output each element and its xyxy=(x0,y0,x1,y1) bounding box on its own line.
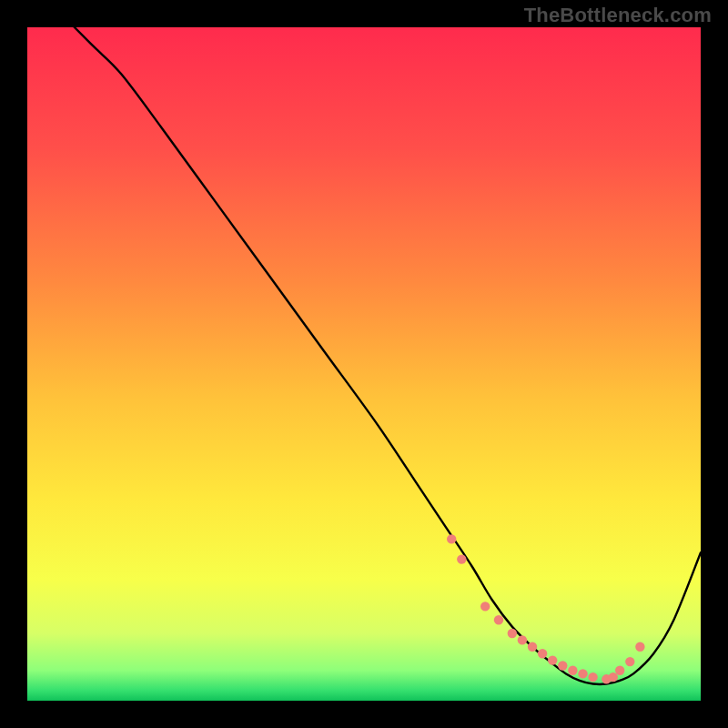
highlight-dot xyxy=(615,666,624,675)
highlight-dot xyxy=(558,661,567,670)
highlight-dot xyxy=(528,642,537,652)
highlight-dot xyxy=(625,657,634,666)
highlight-dot xyxy=(538,649,547,658)
highlight-dot xyxy=(548,655,557,664)
watermark-text: TheBottleneck.com xyxy=(524,4,712,27)
chart-stage: TheBottleneck.com xyxy=(0,0,728,728)
highlight-dot xyxy=(609,672,618,682)
highlight-dot xyxy=(518,635,527,644)
chart-svg xyxy=(27,27,701,701)
highlight-dot xyxy=(480,602,490,611)
gradient-rect xyxy=(27,27,701,701)
highlight-dot xyxy=(588,672,597,682)
highlight-dot xyxy=(508,629,517,638)
plot-area xyxy=(27,27,701,701)
highlight-dot xyxy=(568,666,577,675)
highlight-dot xyxy=(494,615,503,624)
highlight-dot xyxy=(578,669,587,678)
highlight-dot xyxy=(457,554,466,563)
highlight-dot xyxy=(635,642,644,652)
highlight-dot xyxy=(447,534,456,543)
